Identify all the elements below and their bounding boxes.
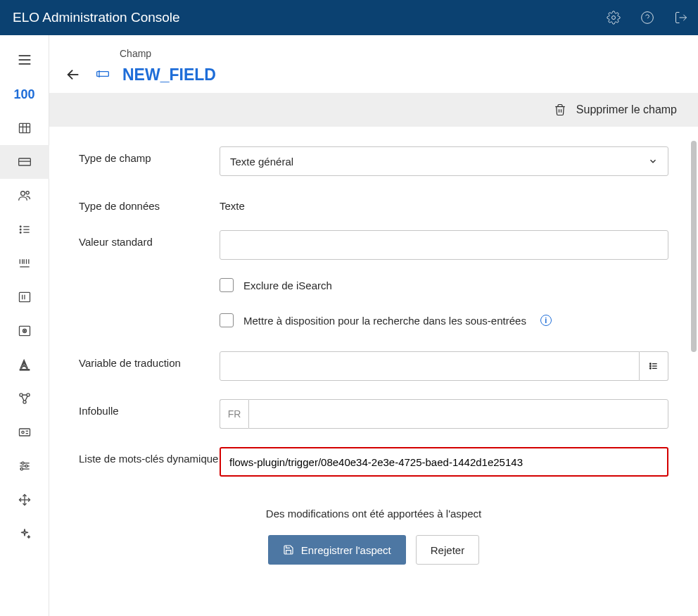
svg-point-46 xyxy=(20,468,23,470)
chevron-down-icon xyxy=(648,156,658,166)
field-type-select[interactable]: Texte général xyxy=(220,146,668,176)
sidebar-item-list[interactable] xyxy=(0,213,49,246)
svg-point-1 xyxy=(642,12,654,24)
sub-search-checkbox[interactable] xyxy=(220,313,234,327)
topbar-actions xyxy=(597,0,698,35)
field-type-value: Texte général xyxy=(230,156,293,168)
tooltip-label: Infobulle xyxy=(79,399,220,417)
hamburger-icon xyxy=(18,54,32,65)
page-header: Champ NEW_FIELD xyxy=(49,35,698,93)
svg-point-14 xyxy=(26,191,29,194)
sidebar-item-sparkle[interactable] xyxy=(0,517,49,551)
svg-point-13 xyxy=(20,191,25,196)
reject-label: Rejeter xyxy=(431,544,464,556)
sidebar-count[interactable]: 100 xyxy=(13,77,34,111)
svg-rect-37 xyxy=(19,429,30,436)
svg-point-52 xyxy=(649,365,651,367)
barcode-icon xyxy=(18,256,32,270)
help-button[interactable] xyxy=(630,0,664,35)
app-title: ELO Administration Console xyxy=(13,10,180,25)
help-icon xyxy=(640,11,654,25)
id-icon xyxy=(18,425,32,439)
sidebar-item-media[interactable] xyxy=(0,314,49,348)
sub-search-label: Mettre à disposition pour la recherche d… xyxy=(243,315,526,327)
sidebar-item-font[interactable] xyxy=(0,348,49,382)
media-icon xyxy=(18,324,32,338)
back-button[interactable] xyxy=(63,65,83,84)
sliders-icon xyxy=(18,459,32,473)
gear-icon xyxy=(607,11,621,25)
sidebar-item-card[interactable] xyxy=(0,145,49,179)
scrollbar-thumb[interactable] xyxy=(691,141,697,352)
svg-point-38 xyxy=(21,431,23,433)
info-icon[interactable]: i xyxy=(540,315,552,326)
sidebar-item-panel[interactable] xyxy=(0,280,49,314)
svg-point-44 xyxy=(25,465,27,467)
svg-rect-11 xyxy=(18,158,30,165)
sidebar-item-users[interactable] xyxy=(0,179,49,213)
data-type-value: Texte xyxy=(220,194,668,212)
svg-point-15 xyxy=(20,226,21,227)
trash-icon xyxy=(554,103,566,116)
sidebar-item-sliders[interactable] xyxy=(0,449,49,483)
delete-field-button[interactable]: Supprimer le champ xyxy=(49,93,698,127)
save-icon xyxy=(283,544,294,555)
panel-icon xyxy=(18,290,32,304)
arrow-left-icon xyxy=(65,67,81,82)
svg-point-32 xyxy=(24,330,25,332)
tooltip-input[interactable] xyxy=(248,399,668,429)
svg-point-17 xyxy=(20,229,21,230)
exclude-isearch-label: Exclure de iSearch xyxy=(243,279,332,291)
breadcrumb[interactable]: Champ xyxy=(120,48,684,59)
move-icon xyxy=(18,493,32,507)
font-icon xyxy=(18,358,32,372)
card-icon xyxy=(18,155,32,169)
table-icon xyxy=(18,121,32,135)
sparkle-icon xyxy=(18,527,32,541)
sidebar-item-workflow[interactable] xyxy=(0,382,49,415)
svg-rect-33 xyxy=(20,370,29,370)
delete-label: Supprimer le champ xyxy=(576,103,677,116)
logout-icon xyxy=(674,11,688,25)
content-area: Champ NEW_FIELD Supprimer le champ Type … xyxy=(49,35,698,616)
field-type-label: Type de champ xyxy=(79,146,220,164)
save-label: Enregistrer l'aspect xyxy=(301,544,391,556)
dynamic-keywords-input[interactable] xyxy=(220,447,668,477)
changes-message: Des modifications ont été apportées à l'… xyxy=(79,508,668,520)
svg-point-19 xyxy=(20,232,21,233)
list-icon xyxy=(18,222,32,237)
page-title: NEW_FIELD xyxy=(122,65,216,84)
workflow-icon xyxy=(18,391,32,406)
translation-var-picker[interactable] xyxy=(640,351,668,381)
translation-var-input[interactable] xyxy=(220,351,640,381)
form-area: Type de champ Texte général Type de donn… xyxy=(49,127,698,616)
save-aspect-button[interactable]: Enregistrer l'aspect xyxy=(268,535,406,565)
sidebar-item-id[interactable] xyxy=(0,415,49,449)
svg-rect-48 xyxy=(97,71,109,76)
logout-button[interactable] xyxy=(664,0,698,35)
svg-point-0 xyxy=(612,16,616,20)
svg-rect-7 xyxy=(19,123,30,132)
svg-point-50 xyxy=(649,363,651,365)
settings-button[interactable] xyxy=(597,0,630,35)
sidebar-item-move[interactable] xyxy=(0,483,49,517)
top-bar: ELO Administration Console xyxy=(0,0,698,35)
data-type-label: Type de données xyxy=(79,194,220,212)
field-icon xyxy=(96,67,110,83)
svg-point-54 xyxy=(649,368,651,370)
sidebar: 100 xyxy=(0,35,49,616)
translation-var-label: Variable de traduction xyxy=(79,351,220,369)
svg-point-42 xyxy=(21,462,23,464)
footer: Des modifications ont été apportées à l'… xyxy=(79,495,668,586)
reject-button[interactable]: Rejeter xyxy=(416,535,479,565)
users-icon xyxy=(18,189,32,203)
default-value-input[interactable] xyxy=(220,230,668,260)
sidebar-item-barcode[interactable] xyxy=(0,246,49,280)
exclude-isearch-checkbox[interactable] xyxy=(220,278,234,292)
menu-toggle[interactable] xyxy=(0,42,49,77)
sidebar-item-table[interactable] xyxy=(0,111,49,145)
default-value-label: Valeur standard xyxy=(79,230,220,248)
list-picker-icon xyxy=(648,360,659,372)
dynamic-keywords-label: Liste de mots-clés dynamique xyxy=(79,447,220,465)
tooltip-lang: FR xyxy=(220,399,248,429)
